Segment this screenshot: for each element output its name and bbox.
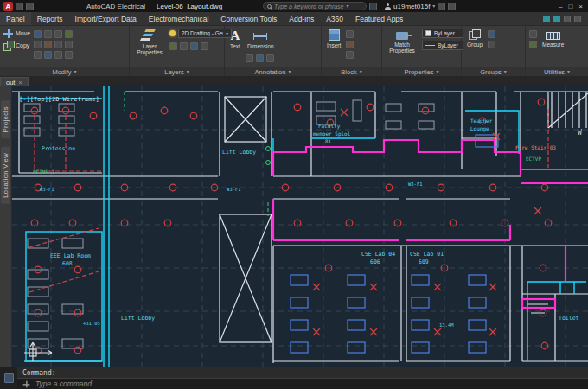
panel-title-properties[interactable]: Properties ▾: [382, 67, 461, 76]
modify-tool-icon[interactable]: [34, 30, 42, 38]
drawing-canvas[interactable]: [-][Top][2D Wireframe] W Profession Lift…: [12, 86, 588, 367]
tab-reports[interactable]: Reports: [31, 12, 69, 25]
app-title: AutoCAD Electrical: [86, 3, 145, 10]
quick-access-icon[interactable]: [26, 3, 34, 10]
tab-conversion-tools[interactable]: Conversion Tools: [214, 12, 283, 25]
quick-access-icon[interactable]: [16, 3, 23, 10]
ribbon-tool-icon[interactable]: [543, 16, 550, 22]
user-account[interactable]: u19met015f ▾: [385, 3, 435, 10]
utility-tools-grid: [529, 30, 537, 48]
linetype-dropdown[interactable]: ByLayer: [422, 41, 463, 50]
group-button[interactable]: Group: [465, 29, 484, 48]
modify-tool-icon[interactable]: [65, 51, 73, 59]
modify-tool-icon[interactable]: [54, 51, 62, 59]
layer-tool-icon[interactable]: [190, 42, 198, 50]
modify-tool-icon[interactable]: [44, 41, 52, 48]
color-dropdown-value: ByLayer: [434, 30, 455, 36]
exchange-apps-icon[interactable]: [438, 3, 445, 10]
panel-title-modify[interactable]: Modify ▾: [0, 67, 129, 76]
room-label-fire-stair: Fire Stair-03: [515, 144, 556, 150]
tab-panel[interactable]: Panel: [0, 12, 31, 25]
text-icon: A: [231, 29, 240, 41]
text-label: Text: [230, 43, 240, 49]
copy-button[interactable]: Copy: [3, 41, 30, 50]
user-icon: [385, 3, 391, 10]
block-tool-icon[interactable]: [346, 30, 354, 38]
layer-tool-icon[interactable]: [169, 42, 177, 50]
tab-add-ins[interactable]: Add-ins: [283, 12, 320, 25]
ribbon-tab-bar: Panel Reports Import/Export Data Electro…: [0, 12, 588, 26]
dimension-button[interactable]: Dimension: [246, 29, 276, 50]
tab-a360[interactable]: A360: [320, 12, 349, 25]
utility-tool-icon[interactable]: [529, 30, 537, 38]
linetype-icon: [425, 45, 435, 46]
layer-tool-icon[interactable]: [180, 42, 188, 50]
ribbon-collapse-icon[interactable]: [574, 16, 581, 22]
ribbon-tool-icon[interactable]: [553, 16, 560, 22]
modify-tool-icon[interactable]: [54, 41, 62, 48]
panel-title-label: Modify: [52, 68, 71, 76]
sidebar-tab-location-view[interactable]: Location View: [1, 147, 10, 204]
panel-title-utilities[interactable]: Utilities ▾: [526, 67, 588, 76]
modify-tool-icon[interactable]: [34, 51, 42, 59]
match-properties-button[interactable]: Match Properties: [386, 29, 419, 55]
color-dropdown[interactable]: ByLayer: [422, 29, 463, 38]
group-icon: [469, 29, 481, 40]
command-input[interactable]: Type a command: [17, 378, 588, 389]
room-label-teacher-1: Teacher: [470, 118, 493, 124]
close-button[interactable]: ×: [578, 3, 583, 10]
drawing-file-tab[interactable]: out ×: [0, 77, 29, 86]
group-tool-icon[interactable]: [488, 30, 495, 38]
text-button[interactable]: A Text: [228, 29, 242, 50]
modify-tool-icon[interactable]: [65, 41, 73, 48]
chevron-down-icon: ▾: [74, 69, 77, 74]
level-label-left: +31.05: [83, 321, 100, 326]
tab-close-icon[interactable]: ×: [18, 80, 22, 86]
layer-properties-button[interactable]: Layer Properties: [133, 29, 166, 57]
utility-tool-icon[interactable]: [529, 41, 537, 48]
modify-tool-icon[interactable]: [65, 30, 73, 38]
maximize-button[interactable]: □: [568, 3, 572, 10]
insert-button[interactable]: Insert: [325, 29, 342, 49]
viewport-label[interactable]: [-][Top][2D Wireframe]: [19, 96, 99, 103]
room-label-faculty-2: member Splol: [313, 131, 351, 137]
layer-bulb-icon[interactable]: [169, 30, 176, 36]
modify-tool-icon[interactable]: [44, 51, 52, 59]
panel-title-block[interactable]: Block ▾: [322, 67, 381, 76]
block-tool-icon[interactable]: [346, 51, 354, 59]
annotation-tool-icon[interactable]: [256, 54, 264, 62]
command-prompt: Command:: [22, 369, 56, 377]
block-tool-icon[interactable]: [346, 41, 354, 48]
tab-import-export-data[interactable]: Import/Export Data: [69, 12, 143, 25]
measure-button[interactable]: Measure: [540, 29, 566, 48]
move-button[interactable]: Move: [3, 29, 30, 38]
chevron-down-icon[interactable]: ▾: [347, 3, 349, 9]
modify-tool-icon[interactable]: [34, 41, 42, 48]
tab-featured-apps[interactable]: Featured Apps: [349, 12, 409, 25]
a360-icon[interactable]: [369, 3, 377, 10]
ribbon-panel-utilities: Measure Utilities ▾: [526, 26, 588, 76]
viewcube-west-label[interactable]: W: [578, 129, 582, 137]
annotation-tool-icon[interactable]: [246, 54, 253, 62]
minimize-button[interactable]: –: [559, 3, 562, 10]
autocad-logo-icon[interactable]: A: [3, 2, 13, 11]
layer-dropdown[interactable]: 2D Drafting - Genera ▾: [178, 29, 232, 38]
tab-electromechanical[interactable]: Electromechanical: [143, 12, 214, 25]
user-id: u19met015f: [393, 3, 430, 10]
ribbon-tool-icon[interactable]: [564, 16, 571, 22]
panel-title-layers[interactable]: Layers ▾: [130, 67, 224, 76]
room-label-lift-upper: Lift Lobby: [222, 149, 256, 156]
left-palette-bar: Projects Location View: [0, 86, 12, 367]
search-box[interactable]: Type a keyword or phrase ▾: [263, 2, 367, 10]
help-icon[interactable]: [448, 3, 456, 10]
command-customize-icon[interactable]: [4, 373, 14, 383]
modify-tool-icon[interactable]: [54, 30, 62, 38]
modify-tool-icon[interactable]: [44, 30, 52, 38]
layer-tool-icon[interactable]: [201, 42, 208, 50]
annotation-tool-icon[interactable]: [266, 54, 274, 62]
group-tool-icon[interactable]: [488, 41, 495, 48]
sidebar-tab-projects[interactable]: Projects: [1, 100, 10, 138]
panel-title-groups[interactable]: Groups ▾: [462, 67, 525, 76]
panel-title-annotation[interactable]: Annotation ▾: [225, 67, 321, 76]
ribbon-panel-block: Insert Block ▾: [322, 26, 382, 76]
